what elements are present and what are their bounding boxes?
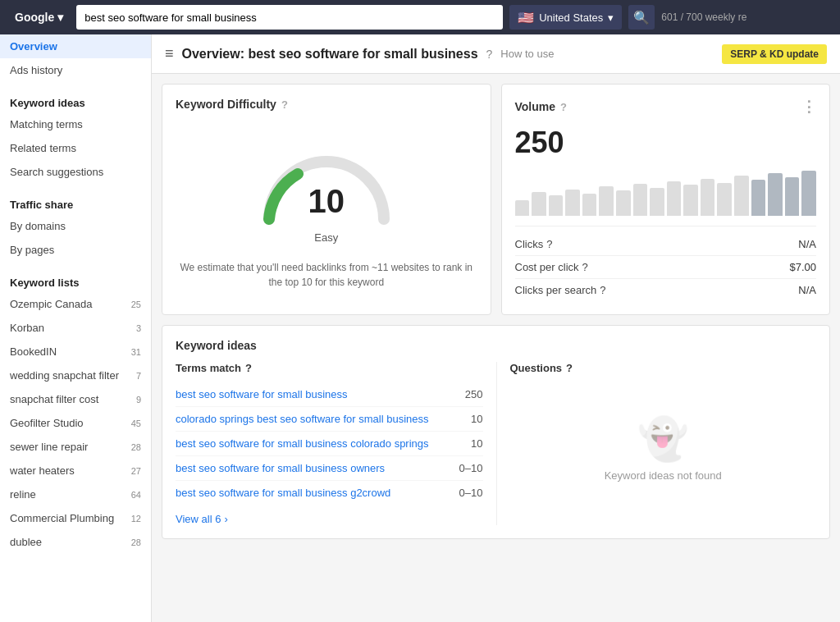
volume-more-icon[interactable]: ⋮ — [801, 98, 816, 116]
sidebar-list-item[interactable]: Commercial Plumbing12 — [0, 506, 151, 530]
list-item-count: 9 — [125, 395, 141, 405]
keyword-row: best seo software for small business own… — [176, 456, 483, 481]
empty-state: 👻 Keyword ideas not found — [510, 382, 817, 514]
list-item-name: Ozempic Canada — [10, 298, 92, 310]
page-title: Overview: best seo software for small bu… — [182, 47, 478, 62]
sidebar-list-item[interactable]: BookedIN31 — [0, 340, 151, 364]
volume-bar — [751, 180, 766, 216]
volume-bar — [701, 179, 715, 216]
sidebar: Overview Ads history Keyword ideas Match… — [0, 34, 152, 622]
terms-match-help-icon[interactable]: ? — [245, 362, 252, 374]
volume-card-title: Volume ? ⋮ — [515, 98, 817, 116]
sidebar-item-related-terms[interactable]: Related terms — [0, 136, 151, 160]
terms-match-header: Terms match ? — [176, 362, 483, 374]
sidebar-list-item[interactable]: water heaters27 — [0, 459, 151, 483]
sidebar-list-item[interactable]: wedding snapchat filter7 — [0, 364, 151, 387]
list-item-name: dublee — [10, 536, 42, 548]
list-item-name: water heaters — [10, 464, 75, 477]
list-item-count: 3 — [125, 323, 141, 333]
questions-help-icon[interactable]: ? — [566, 362, 573, 374]
keyword-link[interactable]: best seo software for small business own… — [176, 462, 385, 474]
list-item-count: 31 — [125, 347, 141, 357]
keyword-row: colorado springs best seo software for s… — [176, 407, 483, 432]
view-all-link[interactable]: View all 6 › — [176, 513, 483, 525]
content-grid: Keyword Difficulty ? 10 Easy We estimate… — [152, 74, 840, 549]
sidebar-overview-label: Overview — [10, 40, 57, 53]
volume-bar — [616, 190, 631, 216]
cps-value: N/A — [798, 284, 816, 296]
keyword-volume: 10 — [450, 413, 483, 425]
list-item-name: Geofilter Studio — [10, 417, 84, 429]
quota-display: 601 / 700 weekly re — [661, 11, 746, 23]
kd-help-icon[interactable]: ? — [281, 98, 288, 111]
volume-chart — [515, 167, 817, 216]
keyword-volume: 250 — [450, 388, 483, 400]
sidebar-item-search-suggestions[interactable]: Search suggestions — [0, 160, 151, 184]
terms-match-panel: Terms match ? best seo software for smal… — [176, 362, 496, 525]
sidebar-item-ads-history[interactable]: Ads history — [0, 58, 151, 82]
clicks-value: N/A — [798, 238, 816, 250]
sidebar-item-overview[interactable]: Overview — [0, 34, 151, 58]
list-item-name: Korban — [10, 322, 44, 334]
list-item-name: BookedIN — [10, 345, 57, 358]
list-item-count: 7 — [125, 371, 141, 381]
main-content: ≡ Overview: best seo software for small … — [152, 34, 840, 622]
empty-state-text: Keyword ideas not found — [605, 469, 722, 482]
volume-bar — [768, 173, 783, 216]
keyword-link[interactable]: best seo software for small business — [176, 388, 348, 400]
sidebar-list-item[interactable]: dublee28 — [0, 530, 151, 554]
keyword-volume: 0–10 — [450, 487, 483, 499]
sidebar-search-suggestions-label: Search suggestions — [10, 166, 103, 178]
help-icon[interactable]: ? — [486, 48, 493, 61]
serp-kd-button[interactable]: SERP & KD update — [722, 44, 827, 64]
keyword-ideas-grid: Terms match ? best seo software for smal… — [176, 362, 816, 525]
list-item-name: wedding snapchat filter — [10, 369, 119, 382]
country-selector[interactable]: 🇺🇸 United States ▾ — [509, 5, 622, 30]
how-to-use-link[interactable]: How to use — [500, 48, 554, 60]
volume-bar — [515, 200, 530, 216]
keyword-link[interactable]: best seo software for small business col… — [176, 437, 429, 450]
engine-label: Google — [15, 11, 54, 24]
sidebar-list-item[interactable]: reline64 — [0, 483, 151, 506]
volume-help-icon[interactable]: ? — [560, 101, 567, 113]
sidebar-list-item[interactable]: Geofilter Studio45 — [0, 411, 151, 435]
volume-bar — [785, 177, 800, 216]
cpc-help-icon[interactable]: ? — [582, 261, 588, 273]
search-button[interactable]: 🔍 — [628, 5, 655, 30]
list-item-count: 28 — [125, 537, 141, 547]
sidebar-by-domains-label: By domains — [10, 220, 66, 232]
keyword-link[interactable]: best seo software for small business g2c… — [176, 487, 390, 499]
volume-title-label: Volume — [515, 100, 556, 113]
search-input[interactable] — [76, 5, 503, 30]
engine-selector[interactable]: Google ▾ — [8, 7, 70, 27]
volume-bar — [549, 195, 564, 216]
list-item-name: snapchat filter cost — [10, 393, 98, 405]
keyword-link[interactable]: colorado springs best seo software for s… — [176, 413, 429, 425]
sidebar-list-item[interactable]: sewer line repair28 — [0, 435, 151, 459]
sidebar-list-item[interactable]: Korban3 — [0, 316, 151, 340]
sidebar-list-item[interactable]: Ozempic Canada25 — [0, 292, 151, 316]
terms-match-label: Terms match — [176, 362, 241, 374]
ghost-icon: 👻 — [637, 415, 688, 463]
top-bar: Google ▾ 🇺🇸 United States ▾ 🔍 601 / 700 … — [0, 0, 840, 34]
questions-panel: Questions ? 👻 Keyword ideas not found — [496, 362, 817, 525]
cps-help-icon[interactable]: ? — [600, 284, 605, 296]
kd-label: Easy — [314, 231, 338, 244]
volume-bar — [599, 186, 614, 216]
clicks-help-icon[interactable]: ? — [546, 238, 552, 250]
sidebar-list-item[interactable]: snapchat filter cost9 — [0, 387, 151, 411]
sidebar-item-matching-terms[interactable]: Matching terms — [0, 112, 151, 136]
volume-bar — [532, 192, 546, 216]
volume-bar — [683, 185, 698, 216]
list-item-count: 12 — [125, 514, 141, 524]
country-name: United States — [539, 11, 603, 24]
sidebar-item-by-pages[interactable]: By pages — [0, 238, 151, 262]
sidebar-item-by-domains[interactable]: By domains — [0, 214, 151, 238]
list-item-count: 28 — [125, 442, 141, 452]
gauge-wrap: 10 Easy — [176, 121, 477, 252]
hamburger-icon[interactable]: ≡ — [165, 45, 174, 62]
volume-bar — [633, 184, 648, 216]
kd-score: 10 — [308, 183, 345, 220]
keyword-ideas-title: Keyword ideas — [176, 339, 816, 352]
kd-title-label: Keyword Difficulty — [176, 98, 276, 111]
